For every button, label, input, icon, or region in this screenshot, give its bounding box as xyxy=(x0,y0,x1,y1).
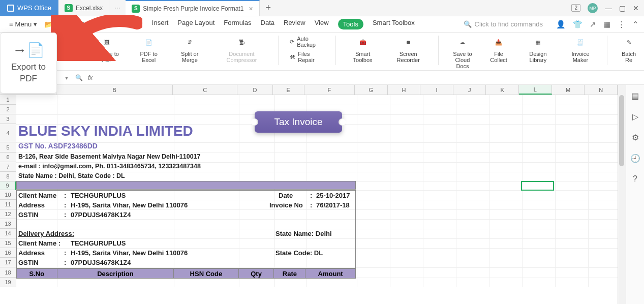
collapse-ribbon-icon[interactable]: ⌃ xyxy=(632,20,639,29)
tab-home[interactable]: Home xyxy=(125,19,143,29)
export-to-pdf-callout[interactable]: →📄 Export to PDF xyxy=(0,33,57,94)
row-8[interactable]: 8 xyxy=(0,172,16,181)
maximize-icon[interactable]: ▢ xyxy=(619,4,626,12)
row-1[interactable]: 1 xyxy=(0,95,16,105)
tab-tools[interactable]: Tools xyxy=(338,19,363,29)
grid-icon[interactable]: ▦ xyxy=(603,20,610,29)
formula-bar: ▾ 🔍 fx xyxy=(0,71,644,85)
row-16[interactable]: 16 xyxy=(0,248,16,258)
compress-icon: 🗜 xyxy=(234,36,249,49)
picture-to-pdf-button[interactable]: 🖼Picture to PDF xyxy=(91,36,123,63)
auto-backup-button[interactable]: ⟳Auto Backup xyxy=(290,36,324,48)
col-M[interactable]: M xyxy=(552,85,585,95)
fx-label[interactable]: fx xyxy=(88,74,93,81)
design-library-button[interactable]: ▦Design Library xyxy=(522,36,554,63)
pdf-to-excel-button[interactable]: 📄PDF to Excel xyxy=(134,36,163,63)
row-10[interactable]: 10 xyxy=(0,190,16,200)
history-icon[interactable]: 🕘 xyxy=(630,154,640,163)
zoom-icon[interactable]: 🔍 xyxy=(75,74,83,81)
close-icon[interactable]: × xyxy=(249,5,253,13)
more-icon[interactable]: ⋮ xyxy=(618,20,625,29)
purple-bar xyxy=(16,181,356,190)
tab-formulas[interactable]: Formulas xyxy=(224,19,251,29)
row-9[interactable]: 9 xyxy=(0,181,16,190)
row-18[interactable]: 18 xyxy=(0,267,16,278)
undo-icon[interactable]: ↶ xyxy=(100,20,106,28)
col-G[interactable]: G xyxy=(355,85,388,95)
print-icon[interactable]: 🗟 xyxy=(68,20,75,28)
redo-icon[interactable]: ↷ xyxy=(109,20,115,28)
col-H[interactable]: H xyxy=(388,85,421,95)
file-collect-button[interactable]: 📥File Collect xyxy=(486,36,511,63)
minimize-icon[interactable]: — xyxy=(605,4,612,12)
save-icon[interactable]: 💾 xyxy=(56,20,65,28)
close-window-icon[interactable]: ✕ xyxy=(633,4,639,12)
open-icon[interactable]: 📂 xyxy=(44,20,53,28)
row-13[interactable]: 13 xyxy=(0,219,16,229)
row-15[interactable]: 15 xyxy=(0,238,16,248)
col-L[interactable]: L xyxy=(519,85,552,95)
row-7[interactable]: 7 xyxy=(0,162,16,172)
wps-logo[interactable]: WPS Office xyxy=(0,0,58,16)
th-desc: Description xyxy=(57,269,174,278)
avatar[interactable]: MP xyxy=(588,3,598,13)
col-I[interactable]: I xyxy=(420,85,453,95)
new-tab-button[interactable]: + xyxy=(260,3,278,13)
tab-insert[interactable]: Insert xyxy=(152,19,169,29)
column-headers: A B C D E F G H I J K L M N xyxy=(0,85,618,95)
row-5[interactable]: 5 xyxy=(0,142,16,153)
settings-icon[interactable]: ⚙ xyxy=(632,133,639,142)
screen-recorder-button[interactable]: ⏺Screen Recorder xyxy=(390,36,427,63)
tab-review[interactable]: Review xyxy=(284,19,305,29)
row-14[interactable]: 14 xyxy=(0,229,16,238)
tab-overflow-icon[interactable]: ⋯ xyxy=(109,5,126,12)
tab-invoice[interactable]: S Simple Fresh Purple Invoice Format1 × xyxy=(126,0,259,16)
active-cell-selection xyxy=(521,181,554,191)
col-J[interactable]: J xyxy=(453,85,486,95)
col-C[interactable]: C xyxy=(173,85,237,95)
row-17[interactable]: 17 xyxy=(0,258,16,267)
gst-no: GST No. ASDF23486DD xyxy=(18,142,98,150)
skin-icon[interactable]: 👕 xyxy=(573,20,582,29)
vertical-scrollbar[interactable] xyxy=(618,85,626,304)
del-addr: H-195, Sarita Vihar, New Delhi 110076 xyxy=(71,249,188,257)
tab-label: Excel.xlsx xyxy=(76,5,103,12)
row-6[interactable]: 6 xyxy=(0,153,16,162)
properties-icon[interactable]: ▤ xyxy=(631,91,639,101)
col-D[interactable]: D xyxy=(237,85,273,95)
smart-toolbox-button[interactable]: 🧰Smart Toolbox xyxy=(347,36,379,63)
split-merge-button[interactable]: ⇵Split or Merge xyxy=(174,36,205,63)
arrow-icon[interactable]: ↗ xyxy=(590,20,596,29)
tab-view[interactable]: View xyxy=(315,19,329,29)
files-repair-button[interactable]: 🛠Files Repair xyxy=(290,51,324,63)
row-12[interactable]: 12 xyxy=(0,209,16,219)
select-icon[interactable]: ▷ xyxy=(632,112,638,121)
scroll-thumb[interactable] xyxy=(619,95,624,166)
ocr-button[interactable]: 🅞OCR xyxy=(66,36,80,57)
tab-excel[interactable]: S Excel.xlsx xyxy=(58,0,109,16)
row-11[interactable]: 11 xyxy=(0,200,16,209)
row-3[interactable]: 3 xyxy=(0,114,16,124)
person-icon[interactable]: 👤 xyxy=(556,20,566,29)
menu-button[interactable]: ≡ Menu ▾ xyxy=(5,18,41,30)
tab-smart-toolbox[interactable]: Smart Toolbox xyxy=(373,19,415,29)
col-N[interactable]: N xyxy=(585,85,618,95)
batch-rename-button[interactable]: ✎Batch Re xyxy=(619,36,639,63)
notification-badge[interactable]: 2 xyxy=(571,4,580,12)
printer-icon[interactable]: 🖨 xyxy=(78,20,85,28)
row-2[interactable]: 2 xyxy=(0,105,16,114)
row-19[interactable]: 19 xyxy=(0,278,16,287)
save-cloud-button[interactable]: ☁Save to Cloud Docs xyxy=(450,36,475,69)
tab-pagelayout[interactable]: Page Layout xyxy=(177,19,214,29)
tab-data[interactable]: Data xyxy=(261,19,274,29)
preview-icon[interactable]: 🔍 xyxy=(88,20,97,28)
colon: : xyxy=(64,211,66,219)
command-search[interactable]: 🔍 Click to find commands xyxy=(464,20,543,28)
help-icon[interactable]: ? xyxy=(633,174,637,184)
col-K[interactable]: K xyxy=(486,85,519,95)
row-4[interactable]: 4 xyxy=(0,124,16,142)
col-E[interactable]: E xyxy=(273,85,304,95)
col-F[interactable]: F xyxy=(304,85,355,95)
invoice-maker-button[interactable]: 🧾Invoice Maker xyxy=(565,36,596,63)
col-B[interactable]: B xyxy=(56,85,173,95)
